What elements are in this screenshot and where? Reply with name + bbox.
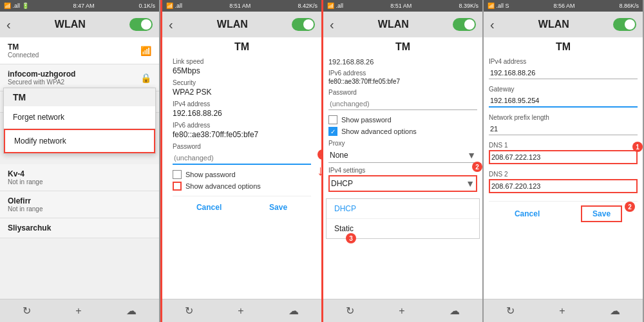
back-button-4[interactable]: ‹ — [490, 17, 495, 32]
status-right-2: 8.42K/s — [298, 3, 317, 9]
top-bar-3: ‹ WLAN — [323, 12, 482, 37]
save-btn-2[interactable]: Save — [259, 200, 298, 214]
refresh-btn-4[interactable]: ↻ — [501, 302, 520, 319]
wlan-toggle-1[interactable] — [129, 18, 153, 31]
refresh-btn-3[interactable]: ↻ — [341, 302, 359, 319]
network-name-kv4: Kv-4 — [8, 169, 43, 178]
dhcp-option[interactable]: DHCP — [327, 199, 479, 219]
wlan-toggle-3[interactable] — [453, 18, 476, 31]
dns1-label-4: DNS 1 — [489, 142, 638, 149]
status-bar-1: 📶 .all 🔋 8:47 AM 0.1K/s — [0, 0, 159, 12]
network-item-olefirr[interactable]: Olefirr Not in range — [0, 191, 159, 218]
status-right-4: 8.86K/s — [619, 3, 639, 9]
ipv4-dropdown-open: DHCP Static 3 — [326, 198, 480, 239]
annotation-3-p3: 3 — [346, 233, 356, 243]
cloud-btn-2[interactable]: ☁ — [283, 302, 304, 319]
back-button-1[interactable]: ‹ — [6, 17, 11, 32]
ipv4-addr-input-4[interactable] — [489, 67, 638, 79]
password-input-3[interactable] — [328, 98, 477, 110]
annotation-1-p4: 1 — [632, 142, 643, 152]
refresh-btn-1[interactable]: ↻ — [17, 302, 36, 319]
time-1: 8:47 AM — [73, 3, 94, 9]
cloud-btn-4[interactable]: ☁ — [605, 302, 625, 319]
cancel-btn-2[interactable]: Cancel — [186, 200, 232, 214]
forget-network-item[interactable]: Forget network — [4, 106, 155, 129]
annotation-2-p4: 2 — [625, 202, 635, 212]
ipv6-label-3: IPv6 address — [328, 70, 477, 77]
network-name-tm: TM — [8, 43, 39, 52]
back-button-2[interactable]: ‹ — [169, 17, 173, 32]
time-2: 8:51 AM — [229, 3, 251, 9]
link-speed-label: Link speed — [173, 58, 311, 65]
wifi-icon-tm: 📶 — [140, 46, 151, 56]
more-networks: Kv-4 Not in range Olefirr Not in range S… — [0, 164, 159, 238]
status-left-3: 📶 .all — [327, 3, 343, 9]
status-bar-2: 📶 .all 8:51 AM 8.42K/s — [162, 0, 321, 12]
cancel-btn-4[interactable]: Cancel — [504, 205, 550, 222]
network-item-kv4[interactable]: Kv-4 Not in range — [0, 164, 159, 191]
network-status-olefirr: Not in range — [8, 205, 43, 213]
panel-1: 📶 .all 🔋 8:47 AM 0.1K/s ‹ WLAN TM Connec… — [0, 0, 160, 322]
show-password-checkbox-3[interactable] — [328, 115, 337, 124]
dialog-content-2: TM Link speed 65Mbps Security WPA2 PSK I… — [162, 37, 321, 299]
dialog-title-4: TM — [489, 41, 638, 53]
add-btn-1[interactable]: + — [70, 303, 86, 319]
ipv4-top-value: 192.168.88.26 — [328, 58, 477, 66]
bottom-nav-2: ↻ + ☁ — [162, 299, 321, 322]
add-btn-4[interactable]: + — [554, 303, 570, 319]
show-advanced-row: Show advanced options ↓ 1 — [173, 182, 311, 191]
dns2-field[interactable] — [489, 179, 638, 193]
dns2-label-4: DNS 2 — [489, 171, 638, 178]
ipv4-settings-dropdown[interactable]: DHCP ▼ — [328, 175, 477, 192]
dialog-buttons-4: Cancel Save 2 — [489, 201, 638, 222]
status-left-2: 📶 .all — [166, 3, 182, 9]
network-item-tm[interactable]: TM Connected 📶 — [0, 37, 159, 64]
context-menu-title: TM — [4, 88, 155, 106]
network-name-sliysarchuk: Sliysarchuk — [8, 223, 51, 232]
ipv4-settings-label: IPv4 settings — [328, 167, 477, 174]
arrow-1: ↓ — [317, 162, 321, 179]
modify-network-item[interactable]: Modify network — [4, 129, 155, 153]
panel-4: 📶 .all S 8:56 AM 8.86K/s ‹ WLAN TM IPv4 … — [484, 0, 644, 322]
show-advanced-row-3: ✓ Show advanced options — [328, 127, 477, 136]
gateway-input-4[interactable] — [489, 95, 638, 108]
add-btn-2[interactable]: + — [232, 303, 249, 319]
dns1-field[interactable] — [489, 150, 638, 164]
top-bar-2: ‹ WLAN — [162, 12, 321, 37]
add-btn-3[interactable]: + — [393, 303, 410, 319]
ipv6-value-3: fe80::ae38:70ff:fe05:bfe7 — [328, 78, 477, 85]
ipv4-addr-label-4: IPv4 address — [489, 58, 638, 65]
dialog-buttons-2: Cancel Save — [173, 196, 311, 214]
network-status-infocom: Secured with WPA2 — [8, 79, 75, 86]
wlan-toggle-2[interactable] — [292, 18, 315, 31]
proxy-label: Proxy — [328, 140, 477, 147]
time-3: 8:51 AM — [390, 3, 412, 9]
dialog-4: TM IPv4 address Gateway Network prefix l… — [484, 37, 643, 226]
proxy-dropdown[interactable]: None ▼ — [328, 148, 477, 163]
annotation-2-p3: 2 — [472, 162, 482, 172]
static-option[interactable]: Static 3 — [327, 219, 479, 238]
ipv4-settings-value: DHCP — [331, 179, 353, 188]
wlan-toggle-4[interactable] — [613, 18, 636, 31]
show-password-label-3: Show password — [341, 116, 392, 124]
network-item-sliysarchuk[interactable]: Sliysarchuk — [0, 218, 159, 238]
wifi-icon-infocom: 🔒 — [140, 73, 151, 83]
show-password-row-3: Show password — [328, 115, 477, 124]
show-password-row: Show password — [173, 170, 311, 179]
refresh-btn-2[interactable]: ↻ — [180, 302, 198, 319]
ipv6-label-2: IPv6 address — [173, 122, 311, 129]
dialog-title-3: TM — [328, 41, 477, 53]
save-btn-p4[interactable]: Save — [581, 205, 622, 222]
show-advanced-checkbox[interactable] — [173, 182, 182, 191]
show-password-checkbox[interactable] — [173, 170, 182, 179]
back-button-3[interactable]: ‹ — [330, 17, 334, 32]
password-input-2[interactable] — [173, 152, 311, 165]
top-bar-1: ‹ WLAN — [0, 12, 159, 37]
network-status-tm: Connected — [8, 52, 39, 59]
prefix-length-input-4[interactable] — [489, 123, 638, 135]
status-bar-3: 📶 .all 8:51 AM 8.39K/s — [323, 0, 482, 12]
show-advanced-checkbox-3[interactable]: ✓ — [328, 127, 337, 136]
ipv4-settings-arrow: ▼ — [466, 178, 475, 189]
cloud-btn-1[interactable]: ☁ — [121, 302, 142, 319]
cloud-btn-3[interactable]: ☁ — [444, 302, 465, 319]
